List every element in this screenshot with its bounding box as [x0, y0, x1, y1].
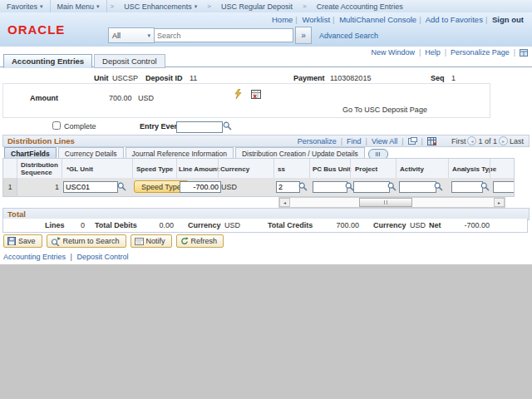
home-link[interactable]: Home	[272, 15, 293, 24]
distribution-lines-section: Distribution Lines Personalize| Find| Vi…	[2, 135, 530, 206]
scroll-left-icon[interactable]: ◂	[279, 198, 290, 207]
multichannel-console-link[interactable]: MultiChannel Console	[339, 15, 416, 24]
advanced-search-link[interactable]: Advanced Search	[319, 32, 378, 40]
unit-label: Unit	[94, 74, 109, 82]
scrollbar-thumb[interactable]	[359, 198, 412, 207]
gl-unit-lookup-icon[interactable]	[117, 182, 126, 191]
lines-label: Lines	[45, 221, 65, 229]
save-button[interactable]: Save	[3, 234, 42, 248]
breadcrumb-favorites[interactable]: Favorites ▾	[0, 0, 51, 12]
find-link[interactable]: Find	[347, 137, 362, 145]
app-header: ORACLE Home| Worklist| MultiChannel Cons…	[0, 12, 532, 47]
notify-button[interactable]: Notify	[131, 234, 172, 248]
breadcrumb-usc-regular-deposit[interactable]: USC Regular Deposit	[214, 0, 299, 12]
lightning-icon[interactable]	[234, 89, 242, 99]
breadcrumb-usc-enhancements[interactable]: USC Enhancements ▾	[117, 0, 204, 12]
activity-input[interactable]	[399, 181, 436, 193]
total-debits-label: Total Debits	[95, 221, 137, 229]
breadcrumb-label: Favorites	[7, 2, 37, 11]
grid-header-row: Distribution Sequence *GL Unit Speed Typ…	[3, 159, 514, 179]
personalize-page-link[interactable]: Personalize Page	[451, 48, 510, 57]
caret-down-icon: ▾	[40, 3, 43, 10]
col-speed-type: Speed Type	[136, 165, 173, 173]
currency-label: Currency	[188, 221, 221, 229]
row-currency: USD	[221, 183, 237, 191]
seq-label: Seq	[431, 74, 445, 82]
tab-deposit-control[interactable]: Deposit Control	[94, 54, 165, 68]
total-credits-label: Total Credits	[268, 221, 313, 229]
project-input[interactable]	[353, 181, 390, 193]
payment-label: Payment	[293, 74, 325, 82]
help-link[interactable]: Help	[425, 48, 441, 57]
amount-value: 700.00	[109, 94, 132, 102]
line-amount-input[interactable]	[180, 181, 221, 193]
refresh-button[interactable]: Refresh	[176, 234, 224, 248]
class-lookup-icon[interactable]	[298, 182, 308, 191]
currency-value: USD	[224, 221, 240, 229]
new-window-link[interactable]: New Window	[371, 48, 415, 57]
pc-bus-unit-input[interactable]	[313, 181, 347, 193]
col-project: Project	[355, 165, 377, 173]
complete-checkbox[interactable]	[52, 121, 61, 130]
download-to-excel-icon[interactable]	[427, 137, 436, 145]
pager-first-label: First	[451, 137, 466, 145]
analysis-type-lookup-icon[interactable]	[480, 182, 490, 191]
grid-horizontal-scrollbar[interactable]: ◂ ▸	[278, 197, 505, 208]
pager-position: 1 of 1	[478, 137, 497, 145]
entry-event-lookup-icon[interactable]	[223, 121, 232, 131]
unit-value: USCSP	[112, 74, 138, 82]
class-input[interactable]	[276, 181, 300, 193]
view-all-link[interactable]: View All	[372, 137, 397, 145]
search-go-button[interactable]: »	[295, 27, 312, 44]
breadcrumb-current-page: Create Accounting Entries	[310, 0, 410, 12]
previous-row-icon[interactable]: ◂	[467, 136, 476, 145]
grid-data-row: 1 1 Speed Type USD	[3, 178, 514, 196]
caret-down-icon: ▾	[96, 3, 100, 10]
search-scope-dropdown[interactable]: All ▾	[108, 27, 155, 43]
pager-last-label: Last	[510, 137, 524, 145]
currency-label: Currency	[373, 221, 406, 229]
breadcrumb-main-menu[interactable]: Main Menu ▾	[51, 0, 107, 12]
gl-unit-input[interactable]	[63, 181, 118, 193]
search-bar: All ▾ » Advanced Search	[108, 27, 378, 44]
col-currency: Currency	[220, 165, 249, 173]
distribution-sequence-value: 1	[55, 183, 59, 191]
go-to-usc-deposit-page-link[interactable]: Go To USC Deposit Page	[342, 106, 427, 114]
col-line-amount: Line Amount	[179, 165, 219, 173]
return-to-search-button[interactable]: Return to Search	[47, 234, 126, 248]
grid-popup-icon[interactable]	[408, 137, 417, 145]
footer-page-links: Accounting Entries | Deposit Control	[3, 253, 128, 261]
spreadsheet-icon[interactable]: x	[251, 90, 261, 99]
breadcrumb-separator: >	[299, 2, 310, 10]
activity-lookup-icon[interactable]	[434, 182, 443, 191]
col-class-partial: ss	[278, 165, 285, 173]
search-scope-value: All	[112, 32, 121, 40]
breadcrumb: Favorites ▾ Main Menu ▾ > USC Enhancemen…	[0, 0, 532, 13]
analysis-type-input[interactable]	[451, 181, 483, 193]
section-title: Total	[3, 209, 26, 219]
distribution-lines-header: Distribution Lines Personalize| Find| Vi…	[2, 135, 530, 147]
tab-accounting-entries[interactable]: Accounting Entries	[3, 54, 92, 68]
footer-accounting-entries-link[interactable]: Accounting Entries	[3, 253, 66, 261]
add-to-favorites-link[interactable]: Add to Favorites	[426, 15, 483, 24]
scroll-right-icon[interactable]: ▸	[494, 198, 505, 207]
footer-deposit-control-link[interactable]: Deposit Control	[76, 253, 128, 261]
complete-label: Complete	[64, 122, 96, 131]
personalize-link[interactable]: Personalize	[298, 137, 337, 145]
oracle-logo: ORACLE	[7, 22, 65, 37]
breadcrumb-separator: >	[107, 2, 118, 10]
lines-value: 0	[81, 221, 85, 229]
distribution-grid: Distribution Sequence *GL Unit Speed Typ…	[2, 158, 515, 197]
project-lookup-icon[interactable]	[387, 182, 397, 191]
search-input[interactable]	[155, 28, 293, 42]
seq-value: 1	[451, 74, 456, 82]
breadcrumb-label: USC Regular Deposit	[221, 2, 293, 11]
personalize-layout-icon[interactable]	[520, 49, 528, 57]
currency-value: USD	[410, 221, 426, 229]
sign-out-link[interactable]: Sign out	[492, 15, 524, 24]
worklist-link[interactable]: Worklist	[302, 15, 330, 24]
entry-event-input[interactable]	[176, 121, 223, 133]
next-row-icon[interactable]: ▸	[499, 136, 508, 145]
breadcrumb-separator: >	[204, 2, 214, 10]
clipped-column-input[interactable]	[493, 181, 515, 193]
